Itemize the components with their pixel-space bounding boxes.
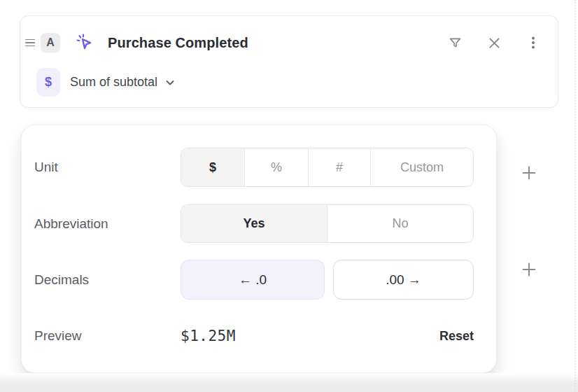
unit-label: Unit [34, 160, 181, 175]
plus-icon [521, 262, 537, 277]
drag-handle-icon[interactable] [25, 39, 35, 47]
reset-button[interactable]: Reset [439, 329, 474, 344]
unit-option-custom[interactable]: Custom [370, 148, 473, 186]
event-title[interactable]: Purchase Completed [108, 35, 248, 51]
abbreviation-label: Abbreviation [34, 216, 181, 232]
filter-icon[interactable] [447, 35, 463, 50]
unit-option-percent[interactable]: % [244, 148, 308, 186]
decimals-row: Decimals ← .0 .00 → [34, 260, 474, 300]
metric-label: Sum of subtotal [70, 75, 157, 90]
metric-settings-view: A Purchase Completed [0, 0, 578, 392]
add-button-bottom[interactable] [518, 258, 540, 281]
preview-value: $1.25M [181, 328, 236, 344]
plus-icon [521, 165, 537, 181]
unit-option-number[interactable]: # [308, 148, 370, 186]
preview-label: Preview [34, 328, 181, 344]
decimals-increase-button[interactable]: .00 → [333, 260, 474, 300]
cursor-click-icon [74, 32, 95, 53]
event-index-badge: A [41, 33, 60, 52]
add-button-top[interactable] [518, 162, 540, 184]
format-panel: Unit $ % # Custom Abbreviation Yes No De… [21, 125, 497, 373]
decimals-decrease-button[interactable]: ← .0 [181, 260, 325, 300]
event-card: A Purchase Completed [20, 15, 558, 108]
section-bottom-shadow [0, 373, 578, 392]
abbreviation-row: Abbreviation Yes No [34, 204, 474, 243]
unit-row: Unit $ % # Custom [34, 148, 474, 187]
event-card-header: A Purchase Completed [25, 30, 541, 55]
unit-segmented-control: $ % # Custom [181, 148, 474, 187]
abbreviation-option-yes[interactable]: Yes [181, 205, 327, 242]
metric-selector[interactable]: $ Sum of subtotal [36, 68, 176, 97]
more-options-icon[interactable] [526, 35, 541, 50]
abbreviation-segmented-control: Yes No [181, 204, 474, 243]
decimals-label: Decimals [34, 272, 181, 288]
panel-edge-guide [575, 0, 576, 392]
close-icon[interactable] [486, 35, 502, 50]
currency-badge: $ [36, 68, 60, 97]
abbreviation-option-no[interactable]: No [327, 205, 473, 242]
preview-row: Preview $1.25M Reset [34, 326, 474, 346]
chevron-down-icon [164, 77, 176, 88]
unit-option-dollar[interactable]: $ [181, 148, 244, 186]
decimals-controls: ← .0 .00 → [181, 260, 474, 300]
